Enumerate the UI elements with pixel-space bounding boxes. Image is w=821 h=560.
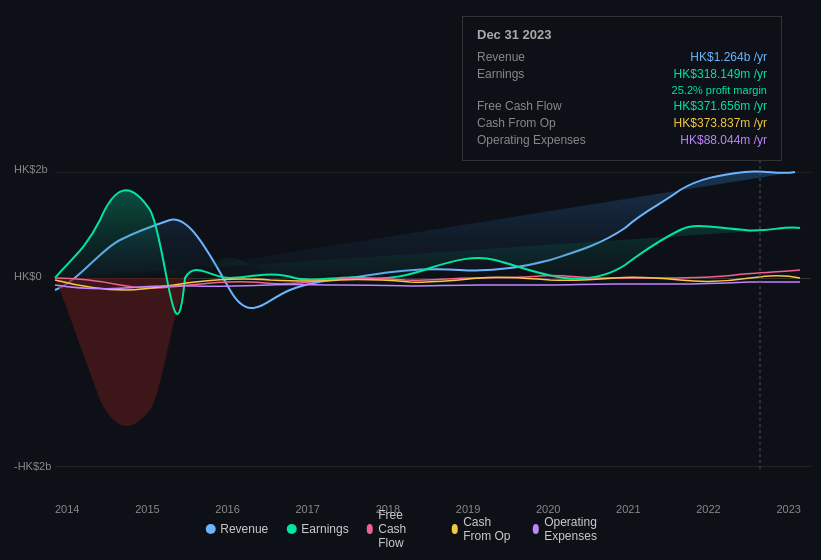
legend-dot-fcf — [367, 524, 374, 534]
chart-container: Dec 31 2023 Revenue HK$1.264b /yr Earnin… — [0, 0, 821, 560]
legend-label-revenue: Revenue — [220, 522, 268, 536]
x-label-2014: 2014 — [55, 503, 79, 515]
legend: Revenue Earnings Free Cash Flow Cash Fro… — [205, 508, 616, 550]
tooltip-box: Dec 31 2023 Revenue HK$1.264b /yr Earnin… — [462, 16, 782, 161]
legend-dot-revenue — [205, 524, 215, 534]
tooltip-label-revenue: Revenue — [477, 50, 597, 64]
tooltip-value-opex: HK$88.044m /yr — [680, 133, 767, 147]
tooltip-value-fcf: HK$371.656m /yr — [674, 99, 767, 113]
legend-item-cfo[interactable]: Cash From Op — [452, 515, 515, 543]
legend-label-cfo: Cash From Op — [463, 515, 514, 543]
legend-item-revenue[interactable]: Revenue — [205, 522, 268, 536]
tooltip-row-fcf: Free Cash Flow HK$371.656m /yr — [477, 99, 767, 113]
legend-label-fcf: Free Cash Flow — [378, 508, 433, 550]
tooltip-subrow-margin: 25.2% profit margin — [477, 84, 767, 96]
legend-dot-cfo — [452, 524, 459, 534]
x-label-2015: 2015 — [135, 503, 159, 515]
legend-label-opex: Operating Expenses — [544, 515, 616, 543]
tooltip-label-opex: Operating Expenses — [477, 133, 597, 147]
legend-item-earnings[interactable]: Earnings — [286, 522, 348, 536]
tooltip-row-opex: Operating Expenses HK$88.044m /yr — [477, 133, 767, 147]
tooltip-label-cfo: Cash From Op — [477, 116, 597, 130]
tooltip-value-earnings: HK$318.149m /yr — [674, 67, 767, 81]
legend-label-earnings: Earnings — [301, 522, 348, 536]
chart-svg — [0, 160, 821, 470]
x-label-2022: 2022 — [696, 503, 720, 515]
legend-dot-earnings — [286, 524, 296, 534]
tooltip-title: Dec 31 2023 — [477, 27, 767, 42]
legend-dot-opex — [533, 524, 540, 534]
tooltip-label-earnings: Earnings — [477, 67, 597, 81]
legend-item-opex[interactable]: Operating Expenses — [533, 515, 616, 543]
legend-item-fcf[interactable]: Free Cash Flow — [367, 508, 434, 550]
tooltip-value-cfo: HK$373.837m /yr — [674, 116, 767, 130]
tooltip-margin-text: 25.2% profit margin — [672, 84, 767, 96]
x-label-2023: 2023 — [776, 503, 800, 515]
tooltip-label-fcf: Free Cash Flow — [477, 99, 597, 113]
tooltip-row-cfo: Cash From Op HK$373.837m /yr — [477, 116, 767, 130]
tooltip-value-revenue: HK$1.264b /yr — [690, 50, 767, 64]
tooltip-row-revenue: Revenue HK$1.264b /yr — [477, 50, 767, 64]
x-label-2021: 2021 — [616, 503, 640, 515]
tooltip-row-earnings: Earnings HK$318.149m /yr — [477, 67, 767, 81]
